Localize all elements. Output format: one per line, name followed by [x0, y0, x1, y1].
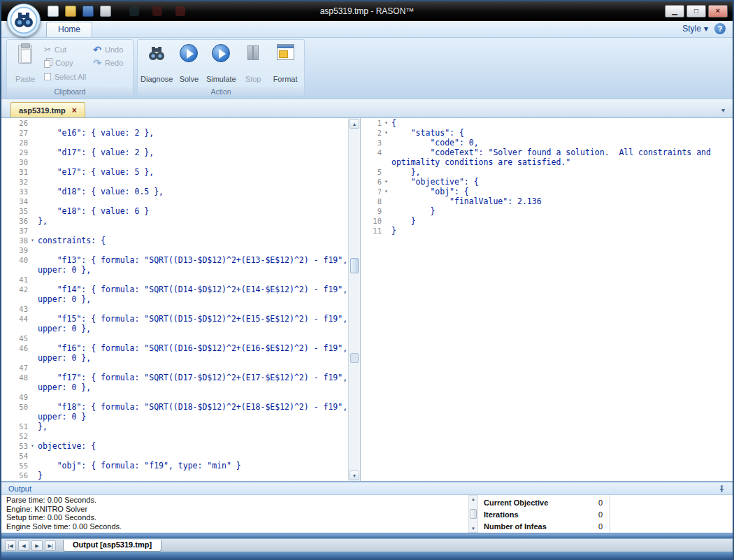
application-menu-button[interactable] [7, 3, 41, 37]
new-document-icon[interactable] [48, 6, 59, 17]
code-line[interactable]: 6▾ "objective": { [361, 177, 733, 187]
code-line[interactable]: 37 [1, 226, 348, 236]
previous-tab-icon[interactable]: ◀ [18, 540, 29, 551]
help-button[interactable]: ? [714, 23, 726, 34]
solve-button[interactable]: Solve [173, 42, 205, 85]
next-tab-icon[interactable]: ▶ [31, 540, 43, 551]
code-line[interactable]: 7▾ "obj": { [361, 187, 733, 196]
code-line[interactable]: 51}, [1, 422, 348, 431]
code-line[interactable]: optimality conditions are satisfied." [361, 157, 733, 167]
code-line[interactable]: 50 "f18": { formula: "SQRT((D18-$D$12)^2… [1, 402, 348, 412]
code-line[interactable]: 45 [1, 333, 348, 343]
line-number: 7 [361, 187, 382, 196]
code-line[interactable]: 38▾constraints: { [1, 236, 348, 245]
code-line[interactable]: 55 "obj": { formula: "f19", type: "min" … [1, 461, 348, 471]
code-line[interactable]: 52 [1, 431, 348, 441]
code-line[interactable]: 26 [1, 118, 348, 128]
code-line[interactable]: upper: 0 } [1, 412, 348, 422]
code-line[interactable]: 1▾{ [361, 118, 733, 128]
scroll-up-icon[interactable]: ▲ [350, 119, 359, 129]
document-tab-label: asp5319.tmp [19, 106, 66, 115]
maximize-button[interactable]: □ [686, 5, 706, 17]
fold-marker-icon[interactable]: ▾ [28, 441, 37, 451]
code-line[interactable]: 9 } [361, 206, 733, 216]
code-line[interactable]: 41 [1, 275, 348, 285]
cut-button[interactable]: ✂ Cut [41, 43, 89, 55]
fold-marker-icon[interactable]: ▾ [382, 177, 391, 187]
code-line[interactable]: 5 }, [361, 167, 733, 177]
document-tab-active[interactable]: asp5319.tmp × [10, 102, 85, 117]
stats-scrollbar-thumb[interactable] [470, 509, 477, 519]
code-line[interactable]: 28 [1, 138, 348, 148]
code-line[interactable]: 31 "e17": { value: 5 }, [1, 167, 348, 177]
undo-button[interactable]: ↶ Undo [89, 43, 127, 55]
code-line[interactable]: 46 "f16": { formula: "SQRT((D16-$D$12)^2… [1, 343, 348, 353]
fold-marker-icon[interactable]: ▾ [28, 236, 37, 245]
pin-icon[interactable] [718, 484, 726, 493]
code-line[interactable]: 4 "codeText": "Solver found a solution. … [361, 148, 733, 157]
code-line[interactable]: 47 [1, 363, 348, 373]
last-tab-icon[interactable]: ▶| [45, 540, 56, 551]
code-line[interactable]: 3 "code": 0, [361, 138, 733, 148]
code-line[interactable]: 34 [1, 196, 348, 206]
stop-button[interactable]: Stop [237, 42, 269, 85]
redo-button[interactable]: ↷ Redo [89, 57, 127, 69]
save-icon[interactable] [82, 6, 94, 17]
paste-button[interactable]: Paste [10, 42, 41, 85]
scrollbar-thumb[interactable] [350, 258, 359, 273]
vertical-scrollbar[interactable]: ▲ ▼ [348, 118, 360, 481]
minimize-button[interactable]: ▁ [665, 5, 684, 17]
code-line[interactable]: 2▾ "status": { [361, 128, 733, 138]
scroll-down-icon[interactable]: ▼ [350, 471, 359, 480]
code-line[interactable]: 49 [1, 392, 348, 402]
code-line[interactable]: 36}, [1, 216, 348, 226]
print-icon[interactable] [100, 6, 111, 17]
code-line[interactable]: 27 "e16": { value: 2 }, [1, 128, 348, 138]
code-line[interactable]: upper: 0 }, [1, 265, 348, 275]
code-line[interactable]: 48 "f17": { formula: "SQRT((D17-$D$12)^2… [1, 373, 348, 382]
stats-scrollbar[interactable]: ▲ ▼ [468, 495, 478, 533]
format-button[interactable]: Format [269, 42, 301, 85]
code-line[interactable]: 39 [1, 245, 348, 255]
fold-marker-icon[interactable]: ▾ [382, 118, 391, 128]
horizontal-scrollbar[interactable] [1, 533, 733, 538]
model-editor[interactable]: 2627 "e16": { value: 2 },2829 "d17": { v… [1, 118, 348, 481]
code-line[interactable]: 42 "f14": { formula: "SQRT((D14-$D$12)^2… [1, 285, 348, 294]
code-line[interactable]: upper: 0 }, [1, 353, 348, 363]
scroll-up-icon[interactable]: ▲ [471, 496, 475, 502]
code-line[interactable]: 56} [1, 471, 348, 480]
simulate-button[interactable]: Simulate [205, 42, 237, 85]
fold-marker-icon[interactable]: ▾ [382, 187, 391, 196]
code-line[interactable]: 40 "f13": { formula: "SQRT((D13-$D$12)^2… [1, 255, 348, 265]
close-button[interactable]: × [708, 5, 728, 17]
code-line[interactable]: 33 "d18": { value: 0.5 }, [1, 187, 348, 196]
first-tab-icon[interactable]: |◀ [5, 540, 16, 551]
code-line[interactable]: 30 [1, 157, 348, 167]
diagnose-button[interactable]: Diagnose [141, 42, 173, 85]
code-line[interactable]: 43 [1, 304, 348, 314]
tab-home[interactable]: Home [46, 22, 92, 37]
code-line[interactable]: 35 "e18": { value: 6 } [1, 206, 348, 216]
code-line[interactable]: 8 "finalValue": 2.136 [361, 196, 733, 206]
open-folder-icon[interactable] [65, 6, 76, 17]
tab-close-icon[interactable]: × [72, 107, 77, 114]
fold-marker-icon[interactable]: ▾ [382, 128, 391, 138]
copy-button[interactable]: Copy [41, 57, 89, 69]
fold-gutter [28, 382, 37, 392]
code-line[interactable]: 11} [361, 226, 733, 236]
result-viewer[interactable]: 1▾{2▾ "status": {3 "code": 0,4 "codeText… [360, 118, 733, 481]
code-line[interactable]: 29 "d17": { value: 2 }, [1, 148, 348, 157]
code-line[interactable]: 44 "f15": { formula: "SQRT((D15-$D$12)^2… [1, 314, 348, 324]
code-line[interactable]: 53▾objective: { [1, 441, 348, 451]
code-line[interactable]: upper: 0 }, [1, 382, 348, 392]
code-line[interactable]: upper: 0 }, [1, 324, 348, 333]
tab-list-chevron-icon[interactable]: ▾ [714, 106, 733, 117]
select-all-button[interactable]: Select All [41, 71, 89, 83]
code-line[interactable]: 32 [1, 177, 348, 187]
code-line[interactable]: 10 } [361, 216, 733, 226]
code-line[interactable]: upper: 0 }, [1, 294, 348, 304]
scroll-down-icon[interactable]: ▼ [471, 526, 475, 531]
code-line[interactable]: 54 [1, 451, 348, 461]
style-dropdown[interactable]: Style ▾ [682, 24, 708, 34]
output-sheet-tab[interactable]: Output [asp5319.tmp] [63, 540, 161, 552]
